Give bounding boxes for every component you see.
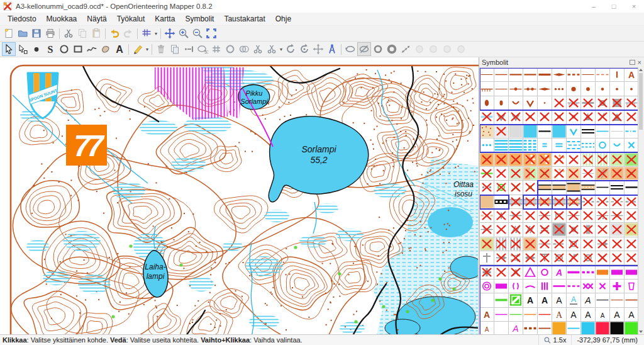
symbol-cell[interactable] [509,293,523,307]
symbol-cell[interactable] [596,322,610,334]
symbol-cell[interactable] [523,308,538,322]
symbol-cell[interactable] [538,265,552,279]
toolbar-new[interactable] [2,26,16,40]
map-view[interactable]: PikkuSorlampiSorlampi55,2Laiha-lampiOitt… [0,57,479,334]
symbol-cell[interactable] [625,195,638,209]
symbol-cell[interactable] [552,195,567,209]
symbol-cell[interactable] [581,237,596,251]
symbol-cell[interactable] [509,308,523,322]
symbol-cell[interactable] [509,223,523,237]
symbol-cell[interactable] [538,280,552,293]
symbol-cell[interactable] [509,125,523,139]
symbol-cell[interactable] [480,152,494,166]
symbol-cell[interactable] [581,152,596,166]
symbol-cell[interactable] [480,110,494,124]
symbol-cell[interactable] [567,223,581,237]
toolbar-rotate-object[interactable] [343,42,357,56]
symbol-cell[interactable] [494,308,509,322]
symbol-cell[interactable] [567,237,581,251]
symbol-cell[interactable] [552,82,567,96]
symbol-cell[interactable] [523,139,538,152]
symbol-cell[interactable] [494,152,509,166]
symbol-cell[interactable] [596,195,610,209]
toolbar-undo[interactable] [108,26,121,40]
symbol-cell[interactable] [552,237,567,251]
menu-kartta[interactable]: Kartta [150,13,180,25]
symbol-cell[interactable] [494,265,509,279]
toolbar-open[interactable] [16,26,30,40]
symbol-cell[interactable] [509,280,523,293]
symbol-cell[interactable] [480,139,494,152]
symbol-cell[interactable] [538,125,552,139]
symbol-cell[interactable] [509,167,523,181]
symbol-cell[interactable] [494,82,509,96]
menu-työkalut[interactable]: Työkalut [112,13,150,25]
toolbar-zoom-out[interactable] [191,26,204,40]
symbol-cell[interactable] [480,280,494,293]
toolbar-draw-rect[interactable] [71,42,85,56]
symbol-cell[interactable] [552,68,567,82]
toolbar-save[interactable] [30,26,43,40]
symbol-cell[interactable] [596,68,610,82]
close-button[interactable]: × [624,0,644,13]
toolbar-circle-tool[interactable] [371,42,385,56]
symbol-cell[interactable] [523,265,538,279]
symbol-cell[interactable]: A [625,68,638,82]
toolbar-pencil[interactable] [131,42,145,56]
symbol-cell[interactable] [567,280,581,293]
symbol-cell[interactable] [538,68,552,82]
symbol-cell[interactable] [610,181,625,195]
symbol-cell[interactable]: A [538,293,552,307]
toolbar-cut-object[interactable] [251,42,265,56]
symbol-cell[interactable] [523,110,538,124]
symbol-cell[interactable] [509,251,523,265]
symbol-cell[interactable] [596,265,610,279]
symbol-cell[interactable] [552,280,567,293]
toolbar-cut[interactable] [62,26,75,40]
toolbar-fill-border[interactable]: 53 [196,42,209,56]
symbol-cell[interactable]: A [509,322,523,334]
symbol-cell[interactable]: A [509,265,523,279]
symbol-cell[interactable] [581,181,596,195]
symbol-cell[interactable] [567,110,581,124]
symbol-cell[interactable]: A [567,293,581,307]
symbol-cell[interactable] [538,152,552,166]
symbol-cell[interactable] [567,139,581,152]
toolbar-scale[interactable] [311,42,325,56]
symbol-cell[interactable] [538,223,552,237]
toolbar-draw-text[interactable]: A [113,42,126,56]
symbol-cell[interactable] [567,125,581,139]
toolbar-zoom-in[interactable] [177,26,191,40]
symbol-cell[interactable] [523,280,538,293]
symbol-cell[interactable] [581,280,596,293]
symbol-cell[interactable] [610,223,625,237]
symbol-cell[interactable] [509,209,523,223]
toolbar-draw-freehand[interactable] [85,42,99,56]
symbol-cell[interactable] [567,322,581,334]
symbol-cell[interactable] [567,265,581,279]
symbol-cell[interactable] [552,223,567,237]
symbol-cell[interactable] [625,209,638,223]
symbol-cell[interactable] [494,251,509,265]
scroll-down-icon[interactable] [638,329,643,334]
symbol-cell[interactable] [538,251,552,265]
symbol-cell[interactable] [610,167,625,181]
toolbar-edit-point[interactable] [2,42,16,56]
symbol-cell[interactable] [596,181,610,195]
symbol-cell[interactable] [523,237,538,251]
symbol-cell[interactable]: A [480,308,494,322]
symbol-cell[interactable] [552,181,567,195]
symbol-cell[interactable] [625,280,638,293]
symbol-cell[interactable] [596,125,610,139]
symbol-cell[interactable] [581,96,596,110]
toolbar-connect[interactable] [209,42,223,56]
symbol-cell[interactable] [538,195,552,209]
symbol-cell[interactable] [567,167,581,181]
symbol-cell[interactable] [523,181,538,195]
toolbar-simplify[interactable] [426,42,440,56]
toolbar-pencil-dropdown[interactable]: ▾ [145,42,150,56]
symbol-cell[interactable] [494,293,509,307]
symbol-cell[interactable] [494,322,509,334]
symbol-cell[interactable] [610,237,625,251]
symbol-cell[interactable] [596,223,610,237]
